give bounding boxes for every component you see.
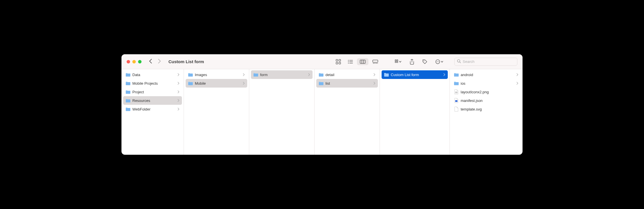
svg-rect-21 <box>397 61 398 63</box>
share-button[interactable] <box>410 59 414 65</box>
item-label: Mobile <box>195 81 241 86</box>
svg-rect-30 <box>455 100 458 102</box>
folder-item[interactable]: form <box>251 70 313 79</box>
item-label: WebFolder <box>132 107 176 111</box>
columns-container: DataMobile ProjectsProjectResourcesWebFo… <box>121 69 523 155</box>
search-icon <box>457 59 461 64</box>
svg-point-6 <box>348 61 349 62</box>
svg-rect-0 <box>336 59 338 61</box>
toolbar: Custom List form <box>121 54 523 69</box>
item-label: Project <box>132 90 176 94</box>
back-button[interactable] <box>149 59 152 65</box>
tags-button[interactable] <box>422 59 427 64</box>
maximize-window-button[interactable] <box>138 60 142 63</box>
file-item[interactable]: manifest.json <box>451 96 521 105</box>
search-box[interactable] <box>454 58 517 66</box>
column: DataMobile ProjectsProjectResourcesWebFo… <box>121 69 184 155</box>
item-label: detail <box>325 73 372 77</box>
search-input[interactable] <box>463 59 515 64</box>
svg-rect-18 <box>395 60 396 61</box>
svg-rect-14 <box>373 63 374 63</box>
file-item[interactable]: template.svg <box>451 105 521 113</box>
item-label: Custom List form <box>391 73 442 77</box>
svg-point-22 <box>424 60 425 61</box>
svg-rect-16 <box>376 63 377 63</box>
close-window-button[interactable] <box>127 60 130 63</box>
svg-point-8 <box>348 63 349 63</box>
svg-point-26 <box>439 61 439 62</box>
svg-rect-2 <box>336 62 338 64</box>
folder-item[interactable]: Images <box>186 70 247 79</box>
svg-rect-3 <box>339 62 341 64</box>
folder-item[interactable]: Data <box>123 70 182 79</box>
item-label: Resources <box>132 98 176 103</box>
svg-rect-15 <box>374 63 375 63</box>
svg-line-28 <box>460 62 461 63</box>
folder-item[interactable]: Resources <box>123 96 182 105</box>
svg-point-25 <box>437 61 438 62</box>
nav-arrows <box>149 59 161 65</box>
column-view-button[interactable] <box>357 58 368 65</box>
folder-item[interactable]: Project <box>123 88 182 96</box>
folder-item[interactable]: android <box>451 70 521 79</box>
column: Custom List form <box>380 69 450 155</box>
folder-item[interactable]: Mobile <box>186 79 247 88</box>
folder-item[interactable]: WebFolder <box>123 105 182 113</box>
minimize-window-button[interactable] <box>132 60 136 63</box>
item-label: Mobile Projects <box>132 81 176 86</box>
folder-item[interactable]: Custom List form <box>382 70 448 79</box>
svg-rect-1 <box>339 59 341 61</box>
svg-rect-10 <box>360 60 365 63</box>
folder-item[interactable]: ios <box>451 79 521 88</box>
file-item[interactable]: layoutIconx2.png <box>451 88 521 96</box>
svg-rect-29 <box>455 92 458 93</box>
item-label: list <box>325 81 372 86</box>
list-view-button[interactable] <box>345 58 356 65</box>
item-label: Images <box>195 73 241 77</box>
folder-item[interactable]: Mobile Projects <box>123 79 182 88</box>
forward-button[interactable] <box>158 59 161 65</box>
item-label: ios <box>461 81 515 86</box>
window-title: Custom List form <box>168 59 204 64</box>
item-label: layoutIconx2.png <box>461 90 519 94</box>
item-label: template.svg <box>461 107 519 111</box>
svg-rect-13 <box>373 60 378 62</box>
column: detaillist <box>315 69 380 155</box>
folder-item[interactable]: list <box>316 79 378 88</box>
item-label: form <box>260 73 307 77</box>
column: androidioslayoutIconx2.pngmanifest.jsont… <box>450 69 523 155</box>
icon-view-button[interactable] <box>333 58 344 66</box>
column: ImagesMobile <box>184 69 249 155</box>
svg-rect-19 <box>397 60 398 61</box>
view-controls <box>333 58 381 66</box>
item-label: Data <box>132 73 176 77</box>
item-label: manifest.json <box>461 98 519 103</box>
svg-point-24 <box>437 61 437 62</box>
folder-item[interactable]: detail <box>316 70 378 79</box>
svg-rect-20 <box>395 61 396 63</box>
column: form <box>249 69 315 155</box>
gallery-view-button[interactable] <box>370 58 381 65</box>
item-label: android <box>461 73 515 77</box>
toolbar-actions <box>395 59 443 65</box>
traffic-lights <box>127 60 142 63</box>
svg-point-4 <box>348 60 349 61</box>
action-button[interactable] <box>435 59 443 64</box>
svg-rect-17 <box>377 63 378 63</box>
group-button[interactable] <box>395 59 402 64</box>
finder-window: Custom List form <box>121 54 523 155</box>
